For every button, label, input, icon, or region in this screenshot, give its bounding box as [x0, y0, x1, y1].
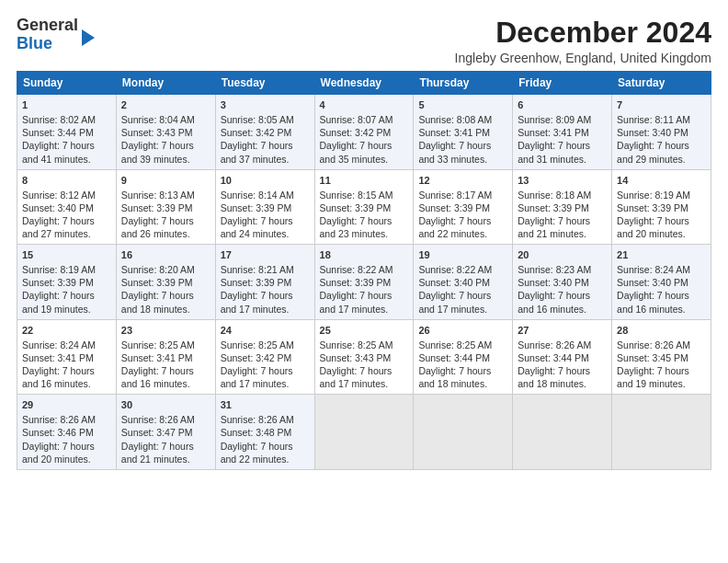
sunrise-text: Sunrise: 8:26 AM: [518, 339, 591, 350]
day-number: 24: [221, 324, 310, 338]
day-cell: 4Sunrise: 8:07 AMSunset: 3:42 PMDaylight…: [314, 95, 414, 170]
sunrise-text: Sunrise: 8:15 AM: [320, 190, 393, 201]
sunset-text: Sunset: 3:40 PM: [518, 277, 589, 288]
day-cell: 12Sunrise: 8:17 AMSunset: 3:39 PMDayligh…: [414, 169, 513, 245]
logo-text: General Blue: [17, 17, 78, 53]
sunset-text: Sunset: 3:45 PM: [617, 352, 688, 363]
month-title: December 2024: [455, 17, 711, 49]
day-number: 13: [518, 174, 607, 188]
sunrise-text: Sunrise: 8:26 AM: [221, 414, 294, 425]
day-number: 14: [617, 174, 706, 188]
day-cell: 20Sunrise: 8:23 AMSunset: 3:40 PMDayligh…: [513, 245, 612, 320]
day-cell: 1Sunrise: 8:02 AMSunset: 3:44 PMDaylight…: [17, 95, 117, 170]
sunset-text: Sunset: 3:42 PM: [221, 127, 292, 138]
day-cell: 27Sunrise: 8:26 AMSunset: 3:44 PMDayligh…: [513, 319, 612, 395]
logo: General Blue: [17, 17, 95, 53]
sunset-text: Sunset: 3:47 PM: [121, 427, 193, 438]
sunset-text: Sunset: 3:42 PM: [320, 127, 392, 138]
sunrise-text: Sunrise: 8:18 AM: [518, 190, 591, 201]
calendar-body: 1Sunrise: 8:02 AMSunset: 3:44 PMDaylight…: [17, 95, 711, 470]
sunset-text: Sunset: 3:44 PM: [418, 352, 490, 363]
day-number: 17: [221, 248, 310, 262]
logo-blue: Blue: [17, 35, 78, 53]
sunrise-text: Sunrise: 8:22 AM: [418, 264, 492, 275]
daylight-text: Daylight: 7 hours and 18 minutes.: [121, 290, 194, 314]
week-row-4: 22Sunrise: 8:24 AMSunset: 3:41 PMDayligh…: [17, 319, 711, 395]
day-number: 20: [518, 248, 607, 262]
calendar-header: SundayMondayTuesdayWednesdayThursdayFrid…: [17, 72, 711, 95]
day-number: 31: [221, 398, 310, 412]
daylight-text: Daylight: 7 hours and 24 minutes.: [221, 215, 293, 239]
daylight-text: Daylight: 7 hours and 17 minutes.: [320, 365, 392, 389]
day-number: 29: [22, 398, 111, 412]
sunrise-text: Sunrise: 8:23 AM: [518, 264, 591, 275]
sunset-text: Sunset: 3:41 PM: [22, 352, 94, 363]
week-row-1: 1Sunrise: 8:02 AMSunset: 3:44 PMDaylight…: [17, 95, 711, 170]
sunset-text: Sunset: 3:41 PM: [518, 127, 589, 138]
day-number: 16: [121, 248, 210, 262]
daylight-text: Daylight: 7 hours and 18 minutes.: [418, 365, 491, 389]
sunset-text: Sunset: 3:39 PM: [22, 277, 94, 288]
day-cell: 31Sunrise: 8:26 AMSunset: 3:48 PMDayligh…: [215, 395, 314, 470]
sunset-text: Sunset: 3:40 PM: [617, 127, 688, 138]
sunrise-text: Sunrise: 8:19 AM: [617, 190, 690, 201]
calendar-container: General Blue December 2024 Ingleby Green…: [0, 0, 728, 479]
day-cell: [414, 395, 513, 470]
sunset-text: Sunset: 3:39 PM: [518, 202, 589, 213]
day-number: 1: [22, 98, 111, 112]
day-number: 30: [121, 398, 210, 412]
daylight-text: Daylight: 7 hours and 22 minutes.: [418, 215, 491, 239]
day-header-friday: Friday: [513, 72, 612, 95]
daylight-text: Daylight: 7 hours and 17 minutes.: [320, 290, 392, 314]
sunrise-text: Sunrise: 8:19 AM: [22, 264, 96, 275]
sunset-text: Sunset: 3:39 PM: [121, 277, 193, 288]
sunset-text: Sunset: 3:39 PM: [320, 202, 392, 213]
sunset-text: Sunset: 3:41 PM: [418, 127, 490, 138]
sunset-text: Sunset: 3:39 PM: [418, 202, 490, 213]
day-number: 25: [320, 324, 409, 338]
day-cell: 9Sunrise: 8:13 AMSunset: 3:39 PMDaylight…: [116, 169, 215, 245]
day-number: 9: [121, 174, 210, 188]
day-number: 4: [320, 98, 409, 112]
daylight-text: Daylight: 7 hours and 16 minutes.: [121, 365, 194, 389]
daylight-text: Daylight: 7 hours and 29 minutes.: [617, 140, 689, 164]
day-header-wednesday: Wednesday: [314, 72, 414, 95]
sunset-text: Sunset: 3:43 PM: [121, 127, 193, 138]
sunrise-text: Sunrise: 8:08 AM: [418, 114, 492, 125]
daylight-text: Daylight: 7 hours and 31 minutes.: [518, 140, 590, 164]
logo-general: General: [17, 17, 78, 35]
day-number: 22: [22, 324, 111, 338]
calendar-table: SundayMondayTuesdayWednesdayThursdayFrid…: [17, 71, 711, 470]
day-cell: [314, 395, 414, 470]
logo-arrow-icon: [82, 29, 95, 46]
day-cell: 17Sunrise: 8:21 AMSunset: 3:39 PMDayligh…: [215, 245, 314, 320]
day-cell: 5Sunrise: 8:08 AMSunset: 3:41 PMDaylight…: [414, 95, 513, 170]
daylight-text: Daylight: 7 hours and 17 minutes.: [221, 290, 293, 314]
day-cell: 10Sunrise: 8:14 AMSunset: 3:39 PMDayligh…: [215, 169, 314, 245]
day-header-tuesday: Tuesday: [215, 72, 314, 95]
day-number: 27: [518, 324, 607, 338]
daylight-text: Daylight: 7 hours and 17 minutes.: [221, 365, 293, 389]
sunset-text: Sunset: 3:44 PM: [22, 127, 94, 138]
daylight-text: Daylight: 7 hours and 41 minutes.: [22, 140, 95, 164]
sunrise-text: Sunrise: 8:24 AM: [22, 339, 96, 350]
day-cell: 22Sunrise: 8:24 AMSunset: 3:41 PMDayligh…: [17, 319, 117, 395]
sunset-text: Sunset: 3:39 PM: [221, 277, 292, 288]
day-number: 6: [518, 98, 607, 112]
day-number: 11: [320, 174, 409, 188]
week-row-2: 8Sunrise: 8:12 AMSunset: 3:40 PMDaylight…: [17, 169, 711, 245]
daylight-text: Daylight: 7 hours and 39 minutes.: [121, 140, 194, 164]
day-cell: 16Sunrise: 8:20 AMSunset: 3:39 PMDayligh…: [116, 245, 215, 320]
day-header-sunday: Sunday: [17, 72, 117, 95]
sunrise-text: Sunrise: 8:11 AM: [617, 114, 690, 125]
day-header-saturday: Saturday: [612, 72, 711, 95]
day-number: 10: [221, 174, 310, 188]
sunrise-text: Sunrise: 8:25 AM: [418, 339, 492, 350]
daylight-text: Daylight: 7 hours and 27 minutes.: [22, 215, 95, 239]
sunrise-text: Sunrise: 8:24 AM: [617, 264, 690, 275]
day-number: 19: [418, 248, 507, 262]
header-row: General Blue December 2024 Ingleby Green…: [17, 17, 711, 65]
daylight-text: Daylight: 7 hours and 18 minutes.: [518, 365, 590, 389]
day-header-thursday: Thursday: [414, 72, 513, 95]
sunrise-text: Sunrise: 8:02 AM: [22, 114, 96, 125]
